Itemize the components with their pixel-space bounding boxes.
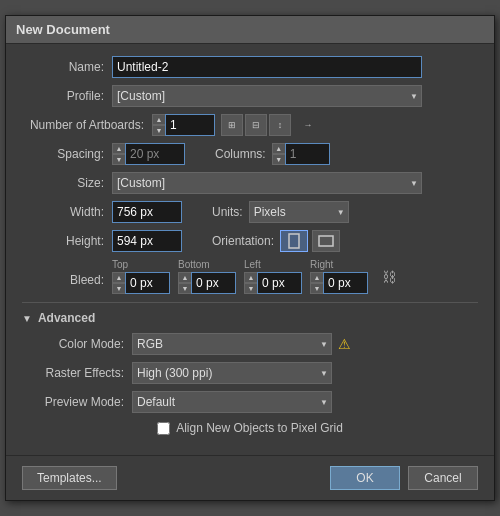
spacing-up-btn[interactable]: ▲ [112,143,126,154]
units-label: Units: [212,205,243,219]
bleed-group: Top ▲ ▼ Bottom ▲ ▼ [112,259,396,294]
spacing-spinner: ▲ ▼ [112,143,185,165]
profile-label: Profile: [22,89,112,103]
align-checkbox-row: Align New Objects to Pixel Grid [22,421,478,435]
bleed-bottom-label: Bottom [178,259,210,270]
new-document-dialog: New Document Name: Profile: [Custom] Num… [5,15,495,501]
landscape-icon [318,235,334,247]
orientation-group [280,230,340,252]
bleed-top-up[interactable]: ▲ [112,272,126,283]
artboards-down-btn[interactable]: ▼ [152,125,166,136]
height-orientation-row: Height: Orientation: [22,230,478,252]
grid-icon-2[interactable]: ⊟ [245,114,267,136]
raster-label: Raster Effects: [22,366,132,380]
size-label: Size: [22,176,112,190]
artboards-up-btn[interactable]: ▲ [152,114,166,125]
landscape-btn[interactable] [312,230,340,252]
spacing-input[interactable] [125,143,185,165]
columns-input[interactable] [285,143,330,165]
preview-label: Preview Mode: [22,395,132,409]
bleed-label: Bleed: [22,273,112,287]
cancel-button[interactable]: Cancel [408,466,478,490]
preview-select[interactable]: Default Pixel Overprint [132,391,332,413]
bleed-bottom-down[interactable]: ▼ [178,283,192,294]
bleed-bottom: Bottom ▲ ▼ [178,259,236,294]
orientation-label: Orientation: [212,234,274,248]
bleed-bottom-up[interactable]: ▲ [178,272,192,283]
bleed-top: Top ▲ ▼ [112,259,170,294]
bleed-bottom-input[interactable] [191,272,236,294]
width-units-row: Width: Units: Pixels [22,201,478,223]
columns-label: Columns: [215,147,266,161]
columns-up-btn[interactable]: ▲ [272,143,286,154]
bleed-left-up[interactable]: ▲ [244,272,258,283]
preview-row: Preview Mode: Default Pixel Overprint [22,391,478,413]
colormode-row: Color Mode: RGB CMYK ⚠ [22,333,478,355]
artboards-row: Number of Artboards: ▲ ▼ ⊞ ⊟ ↕ → [22,114,478,136]
bleed-right-up[interactable]: ▲ [310,272,324,283]
bleed-right-down[interactable]: ▼ [310,283,324,294]
bleed-top-label: Top [112,259,128,270]
height-label: Height: [22,234,112,248]
columns-down-btn[interactable]: ▼ [272,154,286,165]
bleed-left-input[interactable] [257,272,302,294]
bleed-row: Bleed: Top ▲ ▼ Bottom [22,259,478,294]
name-label: Name: [22,60,112,74]
bleed-left: Left ▲ ▼ [244,259,302,294]
bottom-bar: Templates... OK Cancel [6,455,494,500]
height-input[interactable] [112,230,182,252]
bleed-right-label: Right [310,259,333,270]
grid-icon-3[interactable]: ↕ [269,114,291,136]
svg-rect-1 [319,236,333,246]
link-icon[interactable]: ⛓ [382,269,396,285]
bleed-left-down[interactable]: ▼ [244,283,258,294]
colormode-label: Color Mode: [22,337,132,351]
profile-row: Profile: [Custom] [22,85,478,107]
raster-select[interactable]: High (300 ppi) Medium (150 ppi) Screen (… [132,362,332,384]
artboards-input[interactable] [165,114,215,136]
svg-rect-0 [289,234,299,248]
colormode-select[interactable]: RGB CMYK [132,333,332,355]
templates-button[interactable]: Templates... [22,466,117,490]
section-divider [22,302,478,303]
width-label: Width: [22,205,112,219]
dialog-title: New Document [6,16,494,44]
bleed-right-input[interactable] [323,272,368,294]
width-input[interactable] [112,201,182,223]
raster-row: Raster Effects: High (300 ppi) Medium (1… [22,362,478,384]
advanced-label: Advanced [38,311,95,325]
artboards-spinner: ▲ ▼ [152,114,215,136]
ok-button[interactable]: OK [330,466,400,490]
spacing-down-btn[interactable]: ▼ [112,154,126,165]
name-input[interactable] [112,56,422,78]
portrait-btn[interactable] [280,230,308,252]
portrait-icon [288,233,300,249]
arrange-icon[interactable]: → [297,114,319,136]
name-row: Name: [22,56,478,78]
size-row: Size: [Custom] [22,172,478,194]
profile-select[interactable]: [Custom] [112,85,422,107]
bleed-top-down[interactable]: ▼ [112,283,126,294]
advanced-header[interactable]: ▼ Advanced [22,311,478,325]
align-checkbox[interactable] [157,422,170,435]
columns-spinner: ▲ ▼ [272,143,330,165]
align-checkbox-label: Align New Objects to Pixel Grid [176,421,343,435]
warning-icon: ⚠ [338,336,351,352]
units-select[interactable]: Pixels [249,201,349,223]
spacing-row: Spacing: ▲ ▼ Columns: ▲ ▼ [22,143,478,165]
artboards-label: Number of Artboards: [22,118,152,132]
size-select[interactable]: [Custom] [112,172,422,194]
bleed-left-label: Left [244,259,261,270]
bleed-right: Right ▲ ▼ [310,259,368,294]
grid-icon-1[interactable]: ⊞ [221,114,243,136]
bleed-top-input[interactable] [125,272,170,294]
advanced-arrow-icon: ▼ [22,313,32,324]
spacing-label: Spacing: [22,147,112,161]
